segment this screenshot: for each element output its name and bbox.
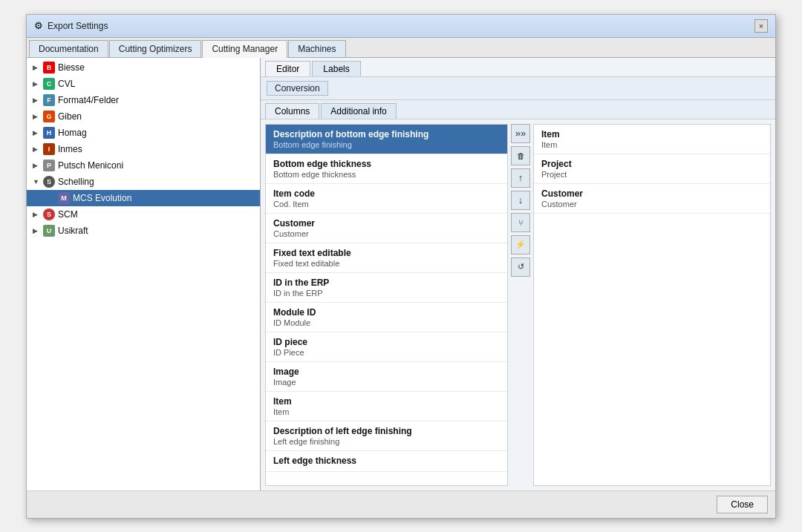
- list-item[interactable]: Description of left edge finishing Left …: [266, 421, 507, 451]
- inmes-icon: I: [43, 143, 55, 155]
- list-item[interactable]: Fixed text editable Fixed text editable: [266, 243, 507, 273]
- right-list-item-main: Project: [541, 159, 763, 169]
- tab-machines[interactable]: Machines: [288, 40, 345, 57]
- scm-icon: S: [43, 208, 55, 220]
- sidebar-item-putsch[interactable]: ▶ P Putsch Meniconi: [27, 157, 260, 174]
- tab-columns[interactable]: Columns: [265, 103, 319, 119]
- list-item-sub: Customer: [273, 229, 500, 238]
- delete-button[interactable]: 🗑: [511, 146, 530, 165]
- sidebar-item-homag[interactable]: ▶ H Homag: [27, 125, 260, 141]
- tab-documentation[interactable]: Documentation: [29, 40, 108, 57]
- settings-icon: ⚙: [34, 20, 43, 31]
- cvl-icon: C: [43, 78, 55, 90]
- branch-button[interactable]: ⑂: [511, 213, 530, 232]
- sidebar-label-giben: Giben: [58, 111, 82, 122]
- list-item-main: ID piece: [273, 337, 500, 347]
- list-item[interactable]: Item code Cod. Item: [266, 184, 507, 214]
- list-item-sub: ID Module: [273, 318, 500, 327]
- close-dialog-button[interactable]: Close: [717, 496, 768, 513]
- dialog-title: Export Settings: [48, 21, 108, 31]
- right-list-item-sub: Project: [541, 170, 763, 179]
- usikraft-icon: U: [43, 225, 55, 237]
- list-item-sub: ID in the ERP: [273, 289, 500, 298]
- columns-area: Description of bottom edge finishing Bot…: [261, 119, 775, 490]
- sidebar-item-inmes[interactable]: ▶ I Inmes: [27, 141, 260, 157]
- conversion-label: Conversion: [267, 81, 328, 96]
- refresh-button[interactable]: ↺: [511, 257, 530, 277]
- list-item-sub: Image: [273, 378, 500, 387]
- sidebar-item-mcs-evolution[interactable]: M MCS Evolution: [27, 190, 260, 206]
- list-item-main: Left edge thickness: [273, 456, 500, 466]
- homag-icon: H: [43, 127, 55, 139]
- expand-icon: ▶: [33, 211, 40, 218]
- format4-icon: F: [43, 94, 55, 106]
- left-column-list: Description of bottom edge finishing Bot…: [265, 124, 508, 486]
- list-item[interactable]: ID in the ERP ID in the ERP: [266, 273, 507, 303]
- list-item-sub: Item: [273, 407, 500, 416]
- right-list-item[interactable]: Customer Customer: [534, 184, 770, 214]
- expand-icon: ▶: [33, 64, 40, 71]
- tab-additional-info[interactable]: Additional info: [321, 103, 396, 119]
- right-list-item[interactable]: Project Project: [534, 154, 770, 184]
- right-list-item[interactable]: Item Item: [534, 125, 770, 154]
- list-item[interactable]: Image Image: [266, 362, 507, 392]
- list-item-sub: Bottom edge finishing: [273, 140, 500, 149]
- sidebar-label-scm: SCM: [58, 209, 78, 220]
- right-column-list: Item Item Project Project Customer Custo…: [533, 124, 771, 486]
- function-button[interactable]: ⚡: [511, 235, 530, 254]
- expand-icon: ▶: [33, 162, 40, 169]
- right-panel: Editor Labels Conversion Columns Additio…: [261, 58, 775, 490]
- add-button[interactable]: »»: [511, 124, 530, 143]
- list-item[interactable]: Description of bottom edge finishing Bot…: [266, 125, 507, 154]
- right-list-item-sub: Customer: [541, 200, 763, 208]
- tab-cutting-optimizers[interactable]: Cutting Optimizers: [109, 40, 202, 57]
- sidebar-item-usikraft[interactable]: ▶ U Usikraft: [27, 223, 260, 239]
- down-button[interactable]: ↓: [511, 191, 530, 210]
- dialog-footer: Close: [27, 490, 775, 518]
- expand-icon: ▶: [33, 227, 40, 234]
- list-item[interactable]: Module ID ID Module: [266, 303, 507, 332]
- sidebar: ▶ B Biesse ▶ C CVL ▶ F Format4/Felder ▶ …: [27, 58, 261, 490]
- list-item-main: Item code: [273, 188, 500, 199]
- tab-cutting-manager[interactable]: Cutting Manager: [202, 40, 287, 58]
- top-tabs: Documentation Cutting Optimizers Cutting…: [27, 38, 775, 58]
- export-settings-dialog: ⚙ Export Settings × Documentation Cuttin…: [26, 14, 776, 519]
- sidebar-label-inmes: Inmes: [58, 144, 82, 154]
- sidebar-item-cvl[interactable]: ▶ C CVL: [27, 76, 260, 92]
- putsch-icon: P: [43, 160, 55, 171]
- list-item[interactable]: Left edge thickness: [266, 451, 507, 472]
- right-list-item-sub: Item: [541, 140, 763, 149]
- sidebar-label-format4: Format4/Felder: [58, 95, 119, 105]
- title-close-button[interactable]: ×: [754, 19, 768, 33]
- sidebar-label-mcs: MCS Evolution: [73, 193, 131, 203]
- list-item-main: Description of left edge finishing: [273, 426, 500, 436]
- list-item[interactable]: Bottom edge thickness Bottom edge thickn…: [266, 154, 507, 184]
- list-item-main: ID in the ERP: [273, 278, 500, 288]
- sidebar-item-biesse[interactable]: ▶ B Biesse: [27, 59, 260, 76]
- sidebar-item-schelling[interactable]: ▼ S Schelling: [27, 174, 260, 190]
- expand-icon: ▶: [33, 80, 40, 88]
- expand-icon: ▶: [33, 129, 40, 137]
- tab-editor[interactable]: Editor: [265, 61, 310, 76]
- action-buttons-column: »» 🗑 ↑ ↓ ⑂ ⚡ ↺: [508, 119, 533, 490]
- list-item[interactable]: Item Item: [266, 392, 507, 421]
- list-item-sub: ID Piece: [273, 348, 500, 357]
- list-item-main: Image: [273, 367, 500, 377]
- list-item-main: Module ID: [273, 307, 500, 318]
- expand-icon: ▼: [33, 178, 40, 185]
- up-button[interactable]: ↑: [511, 168, 530, 188]
- right-list-item-main: Item: [541, 129, 763, 139]
- title-bar: ⚙ Export Settings ×: [27, 15, 775, 38]
- sidebar-label-schelling: Schelling: [58, 177, 94, 187]
- expand-icon: ▶: [33, 145, 40, 153]
- list-item[interactable]: ID piece ID Piece: [266, 332, 507, 362]
- mcs-icon: M: [58, 192, 70, 204]
- list-item[interactable]: Customer Customer: [266, 214, 507, 243]
- sidebar-item-format4[interactable]: ▶ F Format4/Felder: [27, 92, 260, 108]
- conversion-bar: Conversion: [261, 77, 775, 100]
- sub-tabs: Columns Additional info: [261, 100, 775, 119]
- list-item-sub: Cod. Item: [273, 200, 500, 208]
- sidebar-item-scm[interactable]: ▶ S SCM: [27, 206, 260, 223]
- tab-labels[interactable]: Labels: [312, 61, 360, 76]
- sidebar-item-giben[interactable]: ▶ G Giben: [27, 108, 260, 125]
